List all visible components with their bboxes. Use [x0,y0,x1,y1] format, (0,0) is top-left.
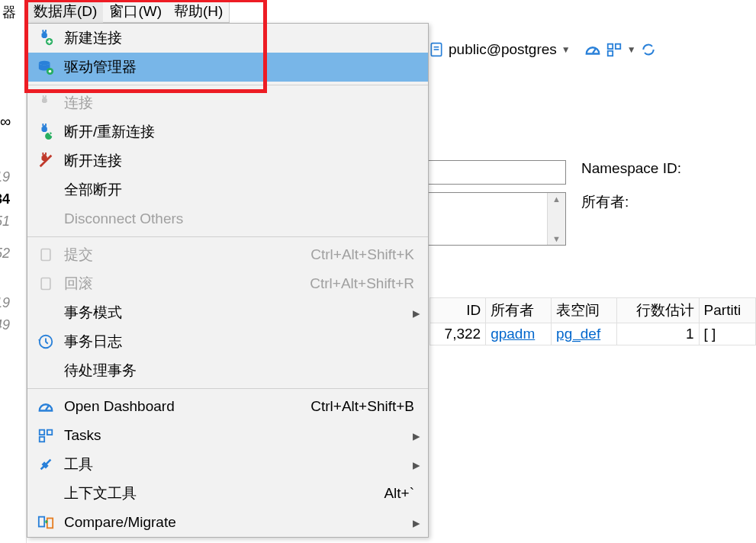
menu-compare-migrate[interactable]: Compare/Migrate ▸ [27,508,428,537]
menu-context-tools[interactable]: 上下文工具 Alt+` [27,479,428,508]
svg-rect-1 [42,30,43,33]
svg-rect-19 [40,437,44,442]
col-id[interactable]: ID [430,298,486,323]
menu-pending-transactions[interactable]: 待处理事务 [27,356,428,385]
tools-icon [34,454,58,475]
partial-text: 19 [0,169,10,185]
menu-disconnect-others: Disconnect Others [27,204,428,233]
svg-rect-28 [607,51,612,56]
menu-connect: 连接 [27,88,428,117]
menu-disconnect[interactable]: 断开连接 [27,146,428,175]
menu-window[interactable]: 窗口(W) [103,0,168,23]
menubar: 数据库(D) 窗口(W) 帮助(H) [27,0,230,23]
svg-rect-20 [39,517,44,527]
cell-id: 7,322 [430,323,486,345]
partial-text: ∞ [0,113,11,130]
submenu-arrow-icon: ▸ [411,427,420,445]
tablespace-link[interactable]: pg_def [556,326,600,342]
owner-link[interactable]: gpadm [491,326,535,342]
menu-help[interactable]: 帮助(H) [168,0,229,23]
refresh-icon[interactable] [641,42,656,57]
cell-owner: gpadm [486,323,552,345]
cell-partition: [ ] [699,323,755,345]
table-row[interactable]: 7,322 gpadm pg_def 1 [ ] [430,323,756,345]
partial-text: 51 [0,214,10,230]
submenu-arrow-icon: ▸ [411,456,420,474]
menu-item-label: 新建连接 [64,28,420,48]
owner-label: 所有者: [581,192,629,212]
partial-text: 器 [2,3,16,21]
rollback-icon [34,273,58,294]
menu-item-label: 全部断开 [64,180,420,200]
svg-rect-26 [607,44,612,49]
menu-item-label: 事务日志 [64,332,420,352]
svg-point-5 [49,70,52,73]
dropdown-arrow-icon[interactable]: ▼ [561,44,571,55]
menu-item-label: Open Dashboard [64,398,310,415]
blank-icon [34,483,58,504]
menu-item-label: 驱动管理器 [64,57,420,77]
blank-icon [34,360,58,381]
partial-text: 49 [0,317,10,333]
svg-rect-13 [41,249,50,261]
commit-icon [34,244,58,265]
schema-label[interactable]: public@postgres [449,41,557,58]
menu-item-label: 回滚 [64,274,310,294]
col-owner[interactable]: 所有者 [486,298,552,323]
namespace-label: Namespace ID: [581,160,681,177]
svg-line-25 [593,49,596,53]
menu-item-label: 断开/重新连接 [64,122,420,142]
history-icon [34,331,58,352]
partial-text: 19 [0,295,10,311]
menu-open-dashboard[interactable]: Open Dashboard Ctrl+Alt+Shift+B [27,392,428,421]
svg-rect-14 [41,278,50,290]
menu-commit: 提交 Ctrl+Alt+Shift+K [27,240,428,269]
menu-item-label: 上下文工具 [64,484,384,503]
menu-rollback: 回滚 Ctrl+Alt+Shift+R [27,269,428,298]
svg-point-3 [39,61,50,66]
menu-shortcut: Ctrl+Alt+Shift+R [310,275,414,292]
menu-separator [27,236,428,237]
dashboard-icon [34,396,58,417]
database-menu-dropdown: 新建连接 驱动管理器 连接 断开/重新连接 断开连接 全部断开 Disconne… [27,23,429,538]
scrollbar[interactable]: ▲ ▼ [547,193,565,245]
cell-tablespace: pg_def [552,323,617,345]
col-partition[interactable]: Partiti [699,298,755,323]
schema-bar: public@postgres ▼ ▼ [429,38,756,61]
menu-database[interactable]: 数据库(D) [27,0,103,23]
dashboard-icon[interactable] [584,41,601,58]
menu-tools[interactable]: 工具 ▸ [27,450,428,479]
menu-driver-manager[interactable]: 驱动管理器 [27,53,428,82]
dropdown-arrow-icon[interactable]: ▼ [627,44,636,55]
svg-rect-0 [45,30,47,33]
form-area: Namespace ID: ▲ ▼ 所有者: [429,160,756,246]
data-table: ID 所有者 表空间 行数估计 Partiti 7,322 gpadm pg_d… [429,297,756,345]
svg-rect-9 [42,124,43,127]
owner-textarea[interactable]: ▲ ▼ [406,192,566,246]
svg-rect-17 [40,430,44,435]
svg-line-16 [46,406,49,410]
schema-icon [429,41,444,58]
menu-transaction-log[interactable]: 事务日志 [27,327,428,356]
table-header-row: ID 所有者 表空间 行数估计 Partiti [430,298,756,323]
cell-rowcount: 1 [617,323,700,345]
menu-item-label: Disconnect Others [64,210,420,227]
svg-rect-21 [47,519,53,529]
col-rowcount[interactable]: 行数估计 [617,298,700,323]
db-gear-icon [34,56,58,78]
menu-shortcut: Ctrl+Alt+Shift+B [310,398,414,415]
menu-transaction-mode[interactable]: 事务模式 ▸ [27,298,428,327]
menu-shortcut: Alt+` [384,485,414,502]
menu-reconnect[interactable]: 断开/重新连接 [27,117,428,146]
svg-rect-6 [45,95,47,98]
namespace-input[interactable] [406,160,566,185]
scroll-up-icon[interactable]: ▲ [551,193,562,205]
menu-new-connection[interactable]: 新建连接 [27,24,428,53]
tasks-icon[interactable] [606,41,622,58]
scroll-down-icon[interactable]: ▼ [551,233,562,245]
col-tablespace[interactable]: 表空间 [552,298,617,323]
submenu-arrow-icon: ▸ [411,304,420,322]
blank-icon [34,302,58,323]
menu-tasks[interactable]: Tasks ▸ [27,421,428,450]
menu-disconnect-all[interactable]: 全部断开 [27,175,428,204]
